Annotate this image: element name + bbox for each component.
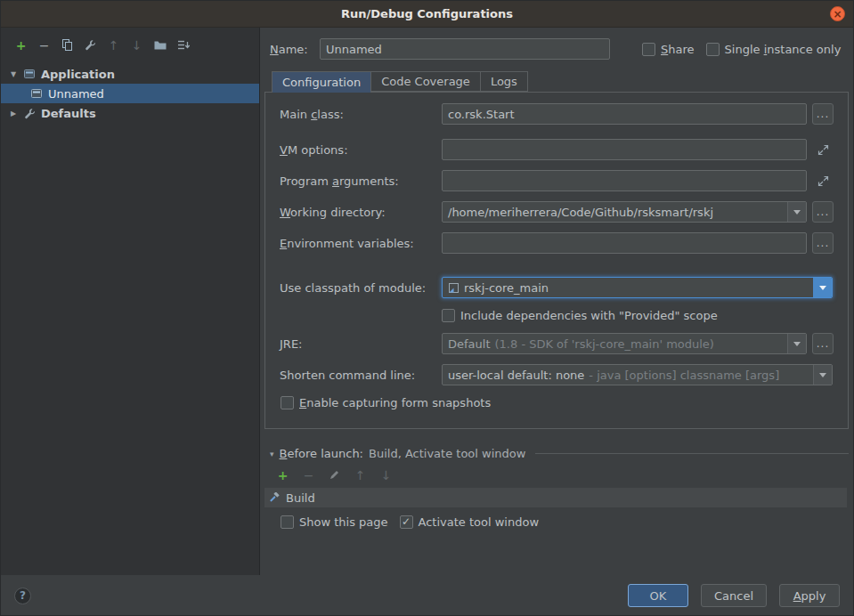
ellipsis-icon: ...: [817, 108, 829, 120]
collapsed-arrow-icon[interactable]: ▶: [9, 109, 18, 118]
checkbox-box[interactable]: ✓: [442, 309, 455, 322]
checkbox-box[interactable]: ✓: [400, 515, 413, 529]
remove-icon: −: [39, 39, 50, 52]
ellipsis-icon: ...: [817, 337, 829, 350]
checkbox-box[interactable]: ✓: [281, 515, 294, 529]
checkbox-box[interactable]: ✓: [706, 43, 720, 56]
jre-browse-button[interactable]: ...: [812, 333, 834, 354]
dropdown-arrow-icon: [819, 373, 826, 377]
shorten-command-line-combobox[interactable]: user-local default: none - java [options…: [442, 364, 833, 385]
remove-configuration-button[interactable]: −: [37, 37, 52, 53]
environment-variables-row: Environment variables: ...: [280, 232, 834, 254]
shorten-value-detail: - java [options] classname [args]: [589, 369, 779, 382]
working-directory-combobox[interactable]: /home/meriherrera/Code/Github/rsksmart/r…: [442, 201, 807, 223]
activate-tool-window-checkbox[interactable]: ✓ Activate tool window: [400, 515, 539, 529]
create-folder-button[interactable]: [152, 37, 167, 53]
before-launch-options: ✓ Show this page ✓ Activate tool window: [281, 515, 539, 529]
window-title: Run/Debug Configurations: [341, 7, 513, 20]
shorten-command-line-label: Shorten command line:: [280, 369, 442, 382]
add-task-button[interactable]: +: [275, 467, 290, 482]
application-icon: [23, 68, 36, 80]
tree-node-defaults[interactable]: ▶ Defaults: [1, 103, 259, 123]
environment-variables-browse-button[interactable]: ...: [812, 232, 834, 254]
working-directory-value: /home/meriherrera/Code/Github/rsksmart/r…: [448, 206, 713, 219]
vm-options-expand-button[interactable]: [812, 139, 834, 160]
jre-combobox[interactable]: Default (1.8 - SDK of 'rskj-core_main' m…: [442, 333, 807, 354]
program-arguments-input[interactable]: [442, 170, 807, 191]
edit-task-button[interactable]: [327, 467, 342, 482]
move-up-button[interactable]: ↑: [106, 37, 121, 53]
checkbox-box[interactable]: ✓: [642, 43, 655, 56]
dropdown-button[interactable]: [787, 202, 806, 222]
titlebar[interactable]: Run/Debug Configurations ×: [1, 1, 853, 28]
main-class-row: Main class: ...: [280, 103, 834, 125]
help-button[interactable]: ?: [14, 588, 31, 604]
vm-options-input[interactable]: [442, 139, 807, 160]
apply-button[interactable]: Apply: [779, 584, 840, 607]
separator-line: [535, 453, 849, 454]
application-icon: [30, 87, 43, 100]
module-value: rskj-core_main: [464, 281, 549, 295]
environment-variables-input[interactable]: [442, 232, 807, 254]
tab-bar: Configuration Code Coverage Logs: [272, 71, 527, 93]
tab-code-coverage[interactable]: Code Coverage: [370, 71, 481, 92]
sort-configurations-button[interactable]: [175, 37, 191, 53]
capture-snapshots-label: Enable capturing form snapshots: [299, 396, 491, 409]
add-configuration-button[interactable]: +: [13, 37, 28, 53]
tree-node-label: Application: [41, 68, 115, 81]
before-launch-label: Before launch:: [280, 447, 363, 460]
help-icon: ?: [20, 589, 26, 602]
program-arguments-row: Program arguments:: [280, 170, 834, 191]
remove-task-button[interactable]: −: [301, 467, 316, 482]
dropdown-button[interactable]: [813, 278, 832, 297]
folder-icon: [154, 40, 167, 51]
dropdown-button[interactable]: [813, 365, 832, 385]
before-launch-summary: Build, Activate tool window: [369, 447, 525, 460]
include-provided-checkbox[interactable]: ✓ Include dependencies with "Provided" s…: [442, 309, 718, 322]
move-task-down-button[interactable]: ↓: [378, 467, 394, 482]
ok-button[interactable]: OK: [628, 584, 688, 607]
expand-field-icon: [817, 144, 829, 156]
close-button[interactable]: ×: [830, 6, 845, 21]
single-instance-checkbox[interactable]: ✓ Single instance only: [706, 43, 842, 56]
capture-snapshots-row: ✓ Enable capturing form snapshots: [281, 395, 491, 410]
vm-options-row: VM options:: [280, 139, 834, 160]
edit-defaults-button[interactable]: [83, 37, 98, 53]
name-input[interactable]: [320, 38, 610, 60]
tree-node-unnamed[interactable]: Unnamed: [1, 84, 259, 103]
environment-variables-label: Environment variables:: [280, 237, 442, 250]
configurations-tree: ▼ Application Unnamed ▶: [1, 64, 259, 123]
before-launch-task-build[interactable]: Build: [264, 488, 847, 507]
name-row: Name: ✓ Share ✓ Single instance only: [270, 38, 841, 60]
expand-field-icon: [817, 175, 829, 187]
move-down-button[interactable]: ↓: [129, 37, 144, 53]
share-checkbox[interactable]: ✓ Share: [642, 43, 695, 56]
cancel-button[interactable]: Cancel: [701, 584, 767, 607]
module-combobox[interactable]: rskj-core_main: [442, 277, 833, 298]
vm-options-label: VM options:: [280, 143, 442, 157]
expanded-arrow-icon[interactable]: ▼: [9, 70, 18, 78]
ellipsis-icon: ...: [817, 206, 829, 218]
program-arguments-expand-button[interactable]: [812, 170, 834, 191]
before-launch-header[interactable]: ▾ Before launch: Build, Activate tool wi…: [270, 447, 849, 460]
close-icon: ×: [833, 8, 842, 20]
run-debug-configurations-dialog: Run/Debug Configurations × + − ↑ ↓: [0, 0, 854, 616]
main-class-browse-button[interactable]: ...: [812, 103, 834, 125]
dropdown-button[interactable]: [787, 334, 806, 353]
shorten-value: user-local default: none: [448, 369, 584, 382]
move-task-up-button[interactable]: ↑: [353, 467, 368, 482]
tab-configuration[interactable]: Configuration: [272, 71, 371, 93]
checkbox-box[interactable]: ✓: [281, 396, 294, 409]
copy-configuration-button[interactable]: [60, 37, 75, 53]
arrow-down-icon: ↓: [132, 39, 142, 52]
tree-node-application[interactable]: ▼ Application: [1, 64, 259, 84]
section-collapse-icon[interactable]: ▾: [270, 450, 274, 458]
working-directory-browse-button[interactable]: ...: [812, 201, 834, 223]
capture-snapshots-checkbox[interactable]: ✓ Enable capturing form snapshots: [281, 396, 491, 409]
show-this-page-checkbox[interactable]: ✓ Show this page: [281, 515, 388, 529]
main-class-input[interactable]: [442, 103, 807, 125]
before-launch-toolbar: + − ↑ ↓: [275, 467, 394, 482]
jre-value-detail: (1.8 - SDK of 'rskj-core_main' module): [495, 337, 714, 351]
tab-logs[interactable]: Logs: [480, 71, 528, 92]
configurations-sidebar: + − ↑ ↓ ▼: [1, 28, 260, 575]
